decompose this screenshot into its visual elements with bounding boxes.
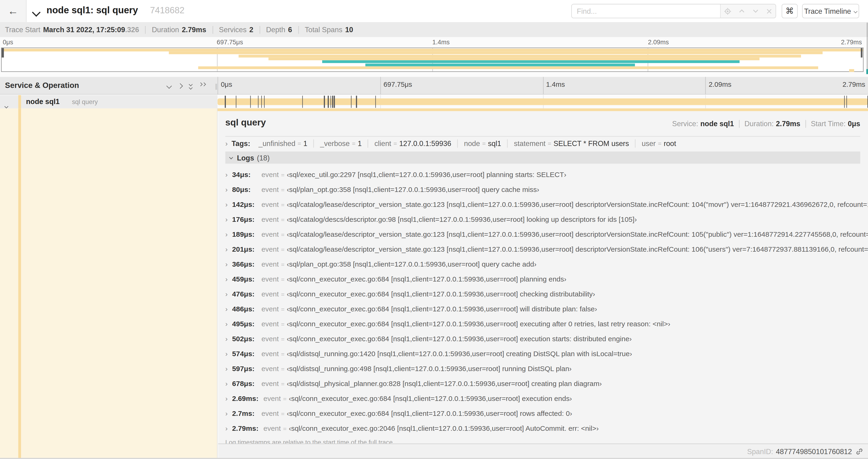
- log-row[interactable]: ›189μs:event=‹sql/catalog/lease/descript…: [225, 227, 868, 242]
- span-detail-accent: [217, 108, 868, 111]
- log-key: event: [261, 215, 279, 223]
- minimap-canvas[interactable]: [1, 47, 864, 72]
- minimap-time-label: 0μs: [3, 39, 13, 45]
- span-row-name-cell[interactable]: node sql1 sql query: [0, 95, 217, 108]
- log-row[interactable]: ›176μs:event=‹sql/catalog/descs/descript…: [225, 212, 868, 227]
- chevron-right-icon[interactable]: ›: [225, 275, 228, 283]
- chevron-down-icon: [854, 9, 858, 13]
- log-tick: [225, 96, 226, 108]
- trace-view-dropdown[interactable]: Trace Timeline: [802, 4, 859, 19]
- next-match-icon[interactable]: [752, 8, 759, 14]
- tag-item[interactable]: _unfinished=1: [252, 139, 313, 147]
- log-row[interactable]: ›502μs:event=‹sql/conn_executor_exec.go:…: [225, 331, 868, 346]
- chevron-right-icon[interactable]: ›: [225, 380, 228, 388]
- spanid-row: SpanID: 4877749850101760812: [218, 444, 868, 459]
- chevron-right-icon[interactable]: ›: [225, 320, 228, 328]
- log-row[interactable]: ›486μs:event=‹sql/conn_executor_exec.go:…: [225, 301, 868, 316]
- log-row[interactable]: ›495μs:event=‹sql/conn_executor_exec.go:…: [225, 316, 868, 331]
- log-tick: [333, 96, 333, 108]
- log-row[interactable]: ›142μs:event=‹sql/catalog/lease/descript…: [225, 197, 868, 212]
- back-button[interactable]: ←: [0, 0, 27, 22]
- chevron-down-icon: [229, 155, 233, 159]
- log-row[interactable]: ›34μs:event=‹sql/exec_util.go:2297 [nsql…: [225, 167, 868, 182]
- logs-header[interactable]: Logs (18): [225, 152, 860, 164]
- deep-link-icon[interactable]: [856, 448, 863, 455]
- log-row[interactable]: ›574μs:event=‹sql/distsql_running.go:142…: [225, 346, 868, 361]
- log-row[interactable]: ›366μs:event=‹sql/plan_opt.go:358 [nsql1…: [225, 257, 868, 271]
- log-row[interactable]: ›678μs:event=‹sql/distsql_physical_plann…: [225, 376, 868, 391]
- log-row[interactable]: ›80μs:event=‹sql/plan_opt.go:358 [nsql1,…: [225, 182, 868, 197]
- log-row[interactable]: ›2.79ms:event=‹sql/conn_executor_exec.go…: [225, 421, 868, 436]
- log-timestamp: 189μs:: [232, 230, 256, 238]
- log-value: ‹sql/conn_executor_exec.go:684 [nsql1,cl…: [287, 320, 670, 328]
- collapse-all-icon[interactable]: [189, 83, 192, 89]
- bottom-edge: [0, 458, 868, 459]
- log-timestamp: 201μs:: [232, 245, 256, 253]
- span-row-bar-cell[interactable]: [217, 95, 868, 108]
- tag-item[interactable]: node=sql1: [457, 139, 507, 147]
- minimap-span: [849, 69, 854, 72]
- log-tick: [331, 96, 331, 108]
- ruler-tick: 0μs: [217, 77, 380, 95]
- range-scrubber-right[interactable]: [861, 48, 862, 57]
- span-duration-value: 2.79ms: [776, 120, 800, 128]
- log-key: event: [261, 350, 279, 358]
- log-timestamp: 502μs:: [232, 335, 256, 343]
- log-row[interactable]: ›2.69ms:event=‹sql/conn_executor_exec.go…: [225, 391, 868, 406]
- chevron-right-icon[interactable]: ›: [225, 215, 228, 223]
- span-row[interactable]: node sql1 sql query: [0, 95, 868, 108]
- collapse-one-icon[interactable]: [166, 83, 172, 88]
- log-row[interactable]: ›2.7ms:event=‹sql/conn_executor_exec.go:…: [225, 406, 868, 421]
- span-duration-bar[interactable]: [217, 98, 868, 105]
- tag-item[interactable]: user=root: [635, 139, 682, 147]
- log-value: ‹sql/exec_util.go:2297 [nsql1,client=127…: [287, 170, 566, 179]
- chevron-right-icon[interactable]: ›: [225, 365, 228, 373]
- spanid-label: SpanID:: [747, 447, 773, 456]
- log-tick: [351, 96, 351, 108]
- chevron-right-icon[interactable]: ›: [225, 185, 228, 194]
- chevron-right-icon[interactable]: ›: [225, 170, 228, 179]
- tags-list: _unfinished=1_verbose=1client=127.0.0.1:…: [252, 139, 682, 147]
- log-timestamp: 678μs:: [232, 380, 256, 388]
- chevron-right-icon[interactable]: ›: [225, 350, 228, 358]
- tag-item[interactable]: client=127.0.0.1:59936: [368, 139, 457, 147]
- chevron-right-icon[interactable]: ›: [225, 305, 228, 313]
- log-key: event: [261, 275, 279, 283]
- tag-item[interactable]: _verbose=1: [313, 139, 368, 147]
- log-value: ‹sql/plan_opt.go:358 [nsql1,client=127.0…: [287, 260, 536, 268]
- chevron-right-icon[interactable]: ›: [225, 200, 228, 208]
- tags-row[interactable]: › Tags: _unfinished=1_verbose=1client=12…: [218, 137, 868, 150]
- log-key: event: [261, 380, 279, 388]
- log-value: ‹sql/distsql_physical_planner.go:828 [ns…: [287, 380, 602, 388]
- chevron-right-icon[interactable]: ›: [225, 245, 228, 253]
- log-value: ‹sql/catalog/lease/descriptor_version_st…: [287, 230, 868, 238]
- find-input[interactable]: [572, 4, 720, 18]
- timeline-minimap: 0μs697.75μs1.4ms2.09ms2.79ms: [0, 37, 868, 77]
- chevron-right-icon[interactable]: ›: [225, 260, 228, 268]
- collapse-trace-icon[interactable]: [33, 8, 39, 18]
- ruler-tick-end: 2.79ms: [843, 81, 865, 88]
- expand-one-icon[interactable]: [177, 83, 183, 88]
- log-row[interactable]: ›459μs:event=‹sql/conn_executor_exec.go:…: [225, 271, 868, 286]
- focus-match-icon[interactable]: [724, 7, 732, 15]
- chevron-right-icon[interactable]: ›: [225, 409, 228, 418]
- range-scrubber-left[interactable]: [2, 48, 3, 57]
- chevron-right-icon[interactable]: ›: [225, 335, 228, 343]
- tag-item[interactable]: statement=SELECT * FROM users: [507, 139, 635, 147]
- chevron-right-icon[interactable]: ›: [225, 424, 228, 433]
- log-row[interactable]: ›201μs:event=‹sql/catalog/lease/descript…: [225, 242, 868, 257]
- log-timestamp: 2.79ms:: [232, 424, 258, 433]
- clear-find-icon[interactable]: [766, 8, 772, 14]
- log-row[interactable]: ›597μs:event=‹sql/distsql_running.go:498…: [225, 361, 868, 376]
- find-box: [571, 4, 776, 19]
- chevron-right-icon[interactable]: ›: [225, 230, 228, 238]
- chevron-right-icon[interactable]: ›: [225, 394, 228, 403]
- span-start-value: 0μs: [848, 120, 860, 128]
- keyboard-shortcuts-button[interactable]: ⌘: [782, 4, 798, 19]
- expand-all-icon[interactable]: [199, 83, 205, 89]
- page-title: node sql1: sql query: [46, 5, 138, 16]
- prev-match-icon[interactable]: [739, 8, 745, 14]
- chevron-right-icon[interactable]: ›: [225, 290, 228, 298]
- log-row[interactable]: ›476μs:event=‹sql/conn_executor_exec.go:…: [225, 286, 868, 301]
- meta-divider: [145, 26, 146, 33]
